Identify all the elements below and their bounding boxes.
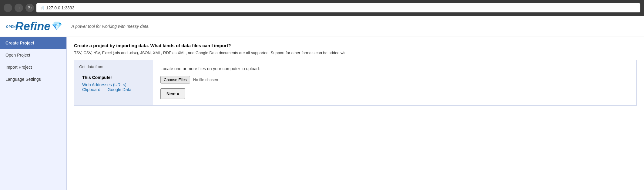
main-description: TSV, CSV, *SV, Excel (.xls and .xlsx), J… bbox=[74, 51, 637, 55]
forward-button[interactable]: → bbox=[15, 4, 23, 12]
back-button[interactable]: ← bbox=[4, 4, 12, 12]
sources-label: Get data from bbox=[79, 64, 148, 69]
page-title: Create a project by importing data. What… bbox=[74, 43, 637, 48]
upload-label: Locate one or more files on your compute… bbox=[160, 66, 629, 71]
source-clipboard[interactable]: Clipboard bbox=[79, 85, 105, 94]
forward-icon: → bbox=[16, 5, 21, 11]
back-icon: ← bbox=[5, 5, 10, 11]
sidebar-item-language-settings[interactable]: Language Settings bbox=[0, 73, 66, 85]
tagline: A power tool for working with messy data… bbox=[71, 24, 149, 29]
sidebar-item-open-project[interactable]: Open Project bbox=[0, 49, 66, 61]
sidebar-item-create-project[interactable]: Create Project bbox=[0, 37, 66, 49]
page-icon: 📄 bbox=[39, 6, 44, 10]
file-input-row: Choose Files No file chosen bbox=[160, 76, 629, 84]
sidebar: Create Project Open Project Import Proje… bbox=[0, 37, 67, 190]
reload-icon: ↻ bbox=[28, 5, 32, 11]
app-body: Create Project Open Project Import Proje… bbox=[0, 37, 644, 190]
logo: OPEN Refine 💎 bbox=[6, 21, 62, 32]
import-sources: Get data from This Computer Web Addresse… bbox=[74, 60, 153, 105]
import-panel: Get data from This Computer Web Addresse… bbox=[74, 60, 637, 106]
logo-diamond-icon: 💎 bbox=[52, 21, 62, 31]
sidebar-item-import-project[interactable]: Import Project bbox=[0, 61, 66, 73]
browser-chrome: ← → ↻ 📄 127.0.0.1:3333 bbox=[0, 0, 644, 16]
address-bar[interactable]: 📄 127.0.0.1:3333 bbox=[36, 3, 640, 12]
logo-refine-text: Refine bbox=[15, 21, 50, 32]
reload-button[interactable]: ↻ bbox=[25, 4, 34, 12]
next-button[interactable]: Next » bbox=[160, 88, 185, 99]
main-content: Create a project by importing data. What… bbox=[67, 37, 644, 190]
source-google-data[interactable]: Google Data bbox=[105, 85, 135, 94]
app-header: OPEN Refine 💎 A power tool for working w… bbox=[0, 16, 644, 37]
import-area: Locate one or more files on your compute… bbox=[153, 60, 636, 105]
logo-open-text: OPEN bbox=[6, 25, 16, 28]
address-text: 127.0.0.1:3333 bbox=[46, 5, 74, 10]
choose-files-button[interactable]: Choose Files bbox=[160, 76, 190, 84]
no-file-text: No file chosen bbox=[193, 77, 218, 82]
